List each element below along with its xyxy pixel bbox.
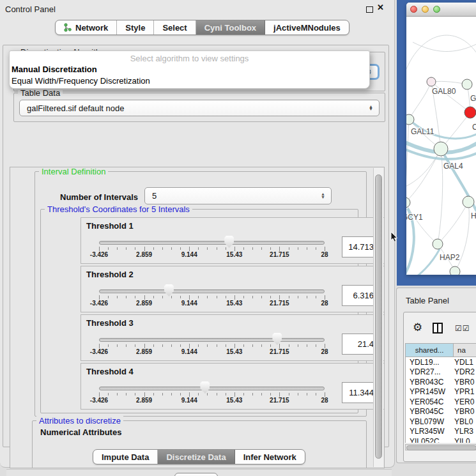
slider-tick-label: 28 (321, 348, 328, 355)
slider-tick (243, 344, 244, 347)
slider-tick (289, 247, 289, 250)
minimize-traffic-light[interactable] (422, 6, 429, 13)
slider-tick (270, 344, 271, 347)
threshold-slider-thumb[interactable] (164, 284, 174, 296)
algorithm-option[interactable]: Equal Width/Frequency Discretization (12, 76, 150, 86)
table-cell: YPR145W (406, 387, 454, 396)
slider-tick (135, 296, 135, 298)
network-node[interactable] (433, 239, 443, 249)
network-node-label: GAL80 (432, 87, 456, 96)
table-cell: YBL079W (406, 417, 454, 426)
network-node[interactable] (463, 196, 474, 208)
network-node[interactable] (462, 79, 472, 89)
threshold-slider-track[interactable] (99, 387, 325, 390)
table-row[interactable]: YER054CYER0 (406, 397, 476, 407)
tab-network[interactable]: Network (56, 20, 117, 35)
zoom-traffic-light[interactable] (433, 6, 440, 13)
tab-discretize-data[interactable]: Discretize Data (158, 450, 234, 464)
network-node-label: H (471, 211, 476, 220)
slider-tick (226, 296, 226, 298)
tab-style[interactable]: Style (117, 20, 154, 35)
table-row[interactable]: YPR145WYPR1 (406, 387, 476, 397)
slider-tick (144, 344, 145, 348)
network-node[interactable] (427, 77, 436, 86)
table-cell: YPR1 (454, 387, 476, 396)
network-node[interactable] (406, 197, 410, 208)
slider-tick-label: -3.426 (90, 251, 108, 258)
close-traffic-light[interactable] (410, 6, 417, 13)
slider-tick (316, 247, 316, 250)
slider-tick (279, 295, 280, 300)
threshold-panel: Threshold 1-3.4262.8599.14415.4321.71528… (81, 217, 385, 264)
group-title: Table Data (18, 88, 63, 98)
table-horizontal-scrollbar-thumb[interactable] (406, 445, 476, 450)
table-row[interactable]: YBR045CYBR0 (406, 407, 476, 417)
number-of-intervals-select[interactable]: 5 ▲▼ (144, 187, 332, 204)
slider-tick (180, 393, 181, 395)
network-node-selected[interactable] (464, 107, 476, 118)
network-node[interactable] (434, 142, 448, 156)
threshold-slider-thumb[interactable] (272, 333, 282, 345)
network-window-titlebar[interactable] (406, 3, 476, 17)
table-row[interactable]: YLR345WYLR3 (406, 427, 476, 437)
stepper-icon: ▲▼ (321, 193, 331, 199)
threshold-slider-track[interactable] (99, 289, 325, 293)
close-icon[interactable]: ✕ (377, 3, 384, 12)
table-column-header[interactable]: na (454, 343, 476, 357)
slider-tick (153, 247, 154, 250)
slider-tick (144, 392, 145, 397)
tab-label: Network (75, 23, 108, 33)
vertical-scrollbar-thumb[interactable] (375, 174, 382, 459)
gear-icon[interactable]: ⚙ (413, 321, 422, 334)
network-view-window: GAL80GACGAL11GAL4GCY1HHAP2 (406, 3, 476, 275)
threshold-slider-thumb[interactable] (224, 236, 234, 248)
tab-jactivemnodules[interactable]: jActiveMNodules (265, 20, 349, 35)
table-data-select[interactable]: galFiltered.sif default node ▲▼ (19, 100, 380, 116)
network-edge (406, 119, 409, 203)
table-row[interactable]: YDL19...YDL1 (406, 357, 476, 367)
tab-cyni-toolbox[interactable]: Cyni Toolbox (196, 20, 265, 35)
threshold-label: Threshold 4 (86, 367, 134, 376)
network-canvas[interactable]: GAL80GACGAL11GAL4GCY1HHAP2 (406, 17, 476, 275)
table-row[interactable]: YDR27...YDR2 (406, 367, 476, 378)
table-column-header[interactable]: shared... (405, 343, 454, 357)
slider-tick (289, 296, 289, 298)
threshold-slider-thumb[interactable] (200, 381, 210, 394)
table-data-group: Table Data galFiltered.sif default node … (13, 93, 385, 122)
float-window-icon[interactable] (366, 6, 373, 13)
table-horizontal-scrollbar[interactable] (405, 444, 476, 450)
slider-tick (234, 295, 235, 300)
table-row[interactable]: YIL052CYIL0 (406, 436, 476, 443)
slider-tick (226, 393, 226, 395)
network-node[interactable] (406, 114, 414, 125)
slider-tick (162, 393, 163, 395)
tab-impute-data[interactable]: Impute Data (93, 450, 158, 464)
slider-tick (135, 344, 135, 347)
split-columns-icon[interactable] (433, 323, 443, 334)
table-cell: YDL1 (454, 358, 476, 367)
tab-infer-network[interactable]: Infer Network (235, 450, 305, 464)
slider-tick (217, 393, 217, 395)
group-title: Attributes to discretize (36, 416, 123, 426)
network-node-label: C (472, 123, 476, 132)
table-row[interactable]: YBL079WYBL0 (406, 417, 476, 427)
settings-scroll-pane: Interval Definition Number of Intervals … (10, 167, 385, 468)
slider-tick (144, 295, 145, 300)
algorithm-option[interactable]: Manual Discretization (12, 65, 97, 74)
slider-tick (99, 295, 100, 300)
table-row[interactable]: YBR043CYBR0 (406, 377, 476, 387)
slider-tick (189, 247, 190, 251)
slider-tick (307, 393, 307, 395)
slider-tick (207, 247, 208, 250)
table-cell: YER0 (454, 397, 476, 406)
threshold-slider-track[interactable] (99, 338, 325, 342)
threshold-slider-track[interactable] (99, 241, 325, 245)
tab-select[interactable]: Select (154, 20, 196, 35)
vertical-scrollbar[interactable] (373, 168, 383, 467)
network-node[interactable] (450, 266, 460, 275)
select-columns-icon[interactable]: ☑☑ (455, 324, 470, 333)
slider-tick-label: 28 (321, 397, 328, 404)
slider-tick (162, 296, 163, 298)
apply-button[interactable]: Apply (174, 473, 218, 476)
slider-tick-label: 21.715 (270, 300, 289, 307)
